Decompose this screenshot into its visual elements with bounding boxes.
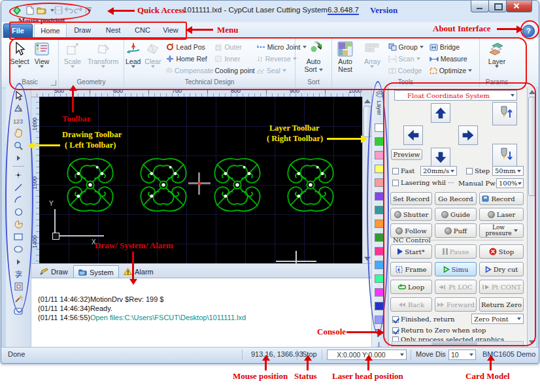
layer-color-swatch[interactable]	[375, 288, 384, 297]
scan-button[interactable]: Scan	[388, 53, 428, 65]
layer-color-swatch[interactable]	[375, 192, 384, 201]
shutter-button[interactable]: Shutter	[390, 208, 432, 221]
new-file-icon[interactable]	[25, 5, 35, 15]
laser-button[interactable]: Laser	[479, 208, 524, 221]
pie-tool-icon[interactable]	[12, 219, 25, 231]
fast-speed-select[interactable]: 20mm/s	[420, 166, 457, 176]
select-tool-icon[interactable]	[12, 90, 25, 102]
return-to-zero-checkbox[interactable]	[392, 327, 399, 334]
jog-down-button[interactable]	[431, 148, 450, 167]
optimize-button[interactable]: Optimize	[430, 65, 479, 76]
ornament-pattern-2[interactable]	[137, 154, 190, 216]
magic-wand-tool-icon[interactable]	[12, 293, 25, 305]
close-button[interactable]	[506, 1, 532, 12]
layer-color-swatch[interactable]	[375, 316, 384, 324]
offset-tool-icon[interactable]	[12, 281, 25, 293]
step-select[interactable]: 50mm	[492, 166, 524, 176]
loop-button[interactable]: Loop	[390, 280, 432, 294]
lead-pos-button[interactable]: Lead Pos	[166, 41, 213, 53]
layer-button[interactable]: Layer	[487, 40, 507, 69]
select-button[interactable]: Select	[9, 40, 31, 69]
frame-button[interactable]: Frame	[390, 262, 432, 276]
guide-button[interactable]: Guide	[435, 208, 477, 221]
layer-color-swatch[interactable]	[375, 206, 384, 214]
layer-color-swatch[interactable]	[375, 233, 384, 242]
tab-alarm-pane[interactable]: Alarm	[119, 265, 158, 278]
pt-loc-button[interactable]: Pt LOC	[435, 280, 477, 294]
minimize-button[interactable]	[471, 1, 489, 12]
view-button[interactable]: View	[33, 40, 51, 69]
fly-cut-tool-icon[interactable]	[12, 103, 25, 114]
home-ref-button[interactable]: Home Ref	[166, 53, 213, 65]
auto-sort-button[interactable]: Auto Sort	[303, 40, 324, 74]
tab-nest[interactable]: Nest	[99, 24, 127, 37]
layer-color-swatch[interactable]	[375, 165, 384, 173]
layer-color-swatch[interactable]	[375, 261, 384, 269]
layer-color-swatch[interactable]	[375, 137, 384, 146]
help-icon[interactable]: ?	[522, 25, 535, 37]
transform-button[interactable]: Transform	[86, 40, 120, 69]
dialog-launcher-icon[interactable]	[51, 80, 56, 86]
undo-icon[interactable]	[64, 5, 74, 15]
jog-left-button[interactable]	[403, 125, 423, 145]
fast-checkbox[interactable]	[392, 168, 399, 174]
puff-button[interactable]: Puff	[435, 223, 477, 238]
canvas-vertical-scrollbar[interactable]	[362, 97, 372, 263]
move-dis-select[interactable]: 10	[448, 350, 476, 360]
cooling-point-button[interactable]: Cooling point	[214, 65, 254, 76]
panel-vertical-scrollbar[interactable]	[527, 88, 536, 347]
set-record-button[interactable]: Set Record	[390, 192, 432, 205]
follow-button[interactable]: Follow	[390, 223, 432, 238]
lead-button[interactable]: Lead	[124, 40, 142, 69]
text-tool-icon[interactable]	[12, 269, 25, 280]
ornament-pattern-3[interactable]	[211, 154, 264, 216]
forward-button[interactable]: Forward	[435, 297, 477, 312]
tab-draw-pane[interactable]: Draw	[35, 265, 73, 278]
jog-up-button[interactable]	[431, 103, 450, 123]
outer-button[interactable]: Outer	[214, 41, 254, 53]
quickaccess-more-caret[interactable]	[84, 5, 94, 15]
point-tool-icon[interactable]	[12, 169, 25, 181]
tool-flyout-caret[interactable]	[12, 256, 25, 268]
tab-view[interactable]: View	[157, 24, 184, 37]
layer-color-swatch[interactable]	[375, 274, 384, 283]
tab-home[interactable]: Home	[34, 24, 67, 38]
simu-button[interactable]: Simu	[435, 262, 477, 276]
z-up-button[interactable]	[492, 102, 517, 125]
layer-color-swatch[interactable]	[375, 247, 384, 255]
line-tool-icon[interactable]	[12, 182, 25, 193]
ellipse-tool-icon[interactable]	[12, 244, 25, 255]
tab-file[interactable]: File	[3, 24, 33, 39]
coedge-button[interactable]: Coedge	[388, 65, 428, 76]
open-file-icon[interactable]	[37, 5, 46, 15]
return-zero-button[interactable]: Return Zero	[479, 297, 524, 312]
zero-point-select[interactable]: Zero Point	[471, 314, 524, 324]
maximize-button[interactable]	[488, 1, 507, 12]
layer-color-swatch[interactable]	[375, 178, 384, 187]
go-record-button[interactable]: Go Record	[435, 192, 477, 205]
low-pressure-button[interactable]: Lowpressure	[479, 223, 524, 238]
finished-return-checkbox[interactable]	[392, 316, 399, 323]
ornament-pattern-4[interactable]	[284, 154, 337, 216]
preview-button[interactable]: Preview	[391, 149, 422, 160]
z-down-button[interactable]	[492, 144, 517, 167]
layer-color-swatch[interactable]	[375, 220, 384, 228]
scale-button[interactable]: Scale	[63, 40, 82, 69]
inner-button[interactable]: Inner	[214, 53, 254, 65]
record-button[interactable]: Record	[479, 192, 524, 205]
numbering-tool-icon[interactable]: 123	[12, 115, 25, 127]
zoom-tool-icon[interactable]	[12, 140, 25, 152]
measure-button[interactable]: Measure	[430, 53, 479, 65]
pt-cont-button[interactable]: Pt CONT	[479, 280, 524, 294]
stop-button[interactable]: Stop	[479, 244, 524, 259]
save-icon[interactable]	[54, 5, 63, 15]
coord-system-select[interactable]: Float Coordinate System	[394, 90, 517, 101]
auto-nest-button[interactable]: AutoNest	[332, 40, 358, 74]
compensate-button[interactable]: Compensate	[166, 65, 213, 76]
lasering-checkbox[interactable]	[392, 180, 399, 186]
arc-tool-icon[interactable]	[12, 194, 25, 206]
array-button[interactable]: Array	[360, 40, 384, 69]
layer-color-swatch[interactable]	[375, 302, 384, 310]
manual-pw-select[interactable]: 100%	[496, 178, 524, 188]
pan-tool-icon[interactable]	[12, 127, 25, 139]
